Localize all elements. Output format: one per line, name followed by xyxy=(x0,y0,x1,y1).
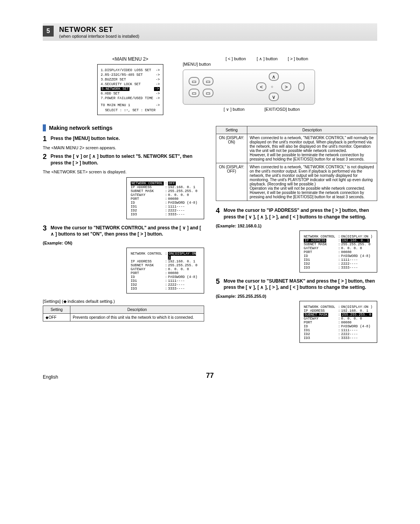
left-icon: < xyxy=(256,82,266,91)
network-set-box: NETWORK CONTROL:ON(DISPLAY:ON )IP ADDRES… xyxy=(299,231,377,272)
right-icon: > xyxy=(281,82,291,91)
settings-table-2: SettingDescriptionON (DISPLAY: ON)When c… xyxy=(216,126,377,201)
subsection-title: Making network settings xyxy=(49,125,112,131)
step-title: Press the [ ∨ ] or [ ∧ ] button to selec… xyxy=(51,153,204,166)
step-example: (Example: 192.168.0.1) xyxy=(216,224,377,228)
up-icon: ∧ xyxy=(269,72,279,81)
right-button-label: [ > ] button xyxy=(288,56,308,61)
step-number: 3 xyxy=(43,225,47,238)
menu-button-label: [MENU] button xyxy=(183,62,211,66)
network-set-box: NETWORK CONTROL:OFFIP ADDRESS:192.168. 0… xyxy=(126,177,204,219)
device-btn: ▭ xyxy=(189,77,200,86)
step-title: Move the cursor to "IP ADDRESS" and pres… xyxy=(224,207,377,220)
section-header: 5 NETWORK SET (when optional interface b… xyxy=(43,23,377,41)
left-button-label: [ < ] button xyxy=(226,56,246,61)
step-example: (Example: 255.255.255.0) xyxy=(216,294,377,299)
section-subtitle: (when optional interface board is instal… xyxy=(59,34,139,38)
main-menu-label: <MAIN MENU 2> xyxy=(97,56,163,62)
step-number: 2 xyxy=(43,153,47,166)
section-bar-icon xyxy=(43,124,46,131)
page-number: 77 xyxy=(206,372,214,380)
section-number: 5 xyxy=(43,26,54,37)
step-title: Move the cursor to "NETWORK CONTROL" and… xyxy=(51,225,204,238)
device-btn: ▭ xyxy=(189,89,200,97)
step-example: (Example: ON) xyxy=(43,241,204,245)
down-button-label: [ ∨ ] button xyxy=(224,107,245,112)
down-icon: ∨ xyxy=(269,93,279,101)
main-menu-box: 1.DISPLAY/VIDEO LOSS SET->2.RS-232C/RS-4… xyxy=(97,64,163,115)
footer-lang: English xyxy=(43,374,58,380)
network-set-box: NETWORK CONTROL:ON(DISPLAY:ON )IP ADDRES… xyxy=(126,248,204,293)
step-number: 5 xyxy=(216,278,220,291)
exit-icon xyxy=(298,82,304,91)
circle-icon: ○ xyxy=(271,85,273,89)
device-diagram: [MENU] button [ < ] button [ ∧ ] button … xyxy=(175,56,323,115)
step-title: Press the [MENU] button twice. xyxy=(51,135,204,142)
step-number: 1 xyxy=(43,135,47,142)
settings-label: [Settings] (◆ indicates default setting.… xyxy=(43,299,204,304)
exit-button-label: [EXIT/OSD] button xyxy=(264,107,300,112)
step-number: 4 xyxy=(216,207,220,220)
step-note: The <MAIN MENU 2> screen appears. xyxy=(43,145,204,150)
settings-table: SettingDescription◆OFFPrevents operation… xyxy=(43,306,204,321)
section-title: NETWORK SET xyxy=(59,26,139,34)
up-button-label: [ ∧ ] button xyxy=(257,56,278,61)
device-btn: ▭ xyxy=(203,77,214,86)
step-title: Move the cursor to "SUBNET MASK" and pre… xyxy=(224,278,377,291)
device-btn: ▭ xyxy=(203,89,214,97)
network-set-box: NETWORK CONTROL:ON(DISPLAY:ON )IP ADDRES… xyxy=(299,301,377,343)
step-note: The <NETWORK SET> screen is displayed. xyxy=(43,169,204,174)
